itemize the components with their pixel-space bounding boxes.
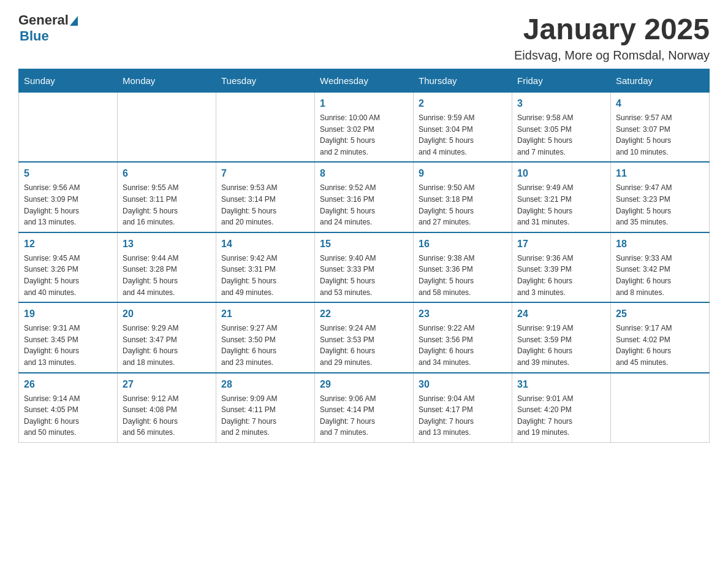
day-number: 13 xyxy=(123,237,211,251)
day-number: 15 xyxy=(320,237,408,251)
day-number: 12 xyxy=(24,237,112,251)
logo: General Blue xyxy=(18,12,78,44)
calendar-cell: 29Sunrise: 9:06 AM Sunset: 4:14 PM Dayli… xyxy=(315,373,414,443)
calendar-cell xyxy=(611,373,710,443)
calendar-cell: 24Sunrise: 9:19 AM Sunset: 3:59 PM Dayli… xyxy=(512,302,611,372)
calendar-cell xyxy=(216,93,315,163)
day-number: 17 xyxy=(517,237,605,251)
day-info: Sunrise: 9:56 AM Sunset: 3:09 PM Dayligh… xyxy=(24,182,112,228)
day-info: Sunrise: 9:40 AM Sunset: 3:33 PM Dayligh… xyxy=(320,253,408,298)
day-number: 2 xyxy=(419,96,507,111)
header-wednesday: Wednesday xyxy=(315,69,414,93)
header-thursday: Thursday xyxy=(414,69,512,93)
day-info: Sunrise: 9:01 AM Sunset: 4:20 PM Dayligh… xyxy=(517,393,605,439)
day-number: 8 xyxy=(320,166,408,181)
calendar-cell: 25Sunrise: 9:17 AM Sunset: 4:02 PM Dayli… xyxy=(611,302,710,372)
day-info: Sunrise: 9:19 AM Sunset: 3:59 PM Dayligh… xyxy=(517,323,605,368)
calendar-cell: 7Sunrise: 9:53 AM Sunset: 3:14 PM Daylig… xyxy=(216,162,315,232)
day-info: Sunrise: 9:22 AM Sunset: 3:56 PM Dayligh… xyxy=(419,323,507,368)
day-info: Sunrise: 9:14 AM Sunset: 4:05 PM Dayligh… xyxy=(24,393,112,439)
calendar-cell: 23Sunrise: 9:22 AM Sunset: 3:56 PM Dayli… xyxy=(414,302,512,372)
page-header: General Blue January 2025 Eidsvag, More … xyxy=(18,12,710,63)
calendar-cell: 31Sunrise: 9:01 AM Sunset: 4:20 PM Dayli… xyxy=(512,373,611,443)
logo-blue: Blue xyxy=(20,28,49,44)
day-number: 6 xyxy=(123,166,211,181)
calendar-cell: 2Sunrise: 9:59 AM Sunset: 3:04 PM Daylig… xyxy=(414,93,512,163)
calendar-header-row: SundayMondayTuesdayWednesdayThursdayFrid… xyxy=(19,69,710,93)
calendar-cell: 18Sunrise: 9:33 AM Sunset: 3:42 PM Dayli… xyxy=(611,232,710,302)
day-info: Sunrise: 9:36 AM Sunset: 3:39 PM Dayligh… xyxy=(517,253,605,298)
day-number: 24 xyxy=(517,307,605,321)
day-info: Sunrise: 9:06 AM Sunset: 4:14 PM Dayligh… xyxy=(320,393,408,439)
day-info: Sunrise: 9:27 AM Sunset: 3:50 PM Dayligh… xyxy=(221,323,309,368)
day-number: 31 xyxy=(517,377,605,392)
calendar-cell: 6Sunrise: 9:55 AM Sunset: 3:11 PM Daylig… xyxy=(118,162,216,232)
calendar-cell xyxy=(19,93,118,163)
header-friday: Friday xyxy=(512,69,611,93)
week-row-5: 26Sunrise: 9:14 AM Sunset: 4:05 PM Dayli… xyxy=(19,373,710,443)
day-info: Sunrise: 9:59 AM Sunset: 3:04 PM Dayligh… xyxy=(419,112,507,158)
day-info: Sunrise: 9:58 AM Sunset: 3:05 PM Dayligh… xyxy=(517,112,605,158)
calendar-cell: 17Sunrise: 9:36 AM Sunset: 3:39 PM Dayli… xyxy=(512,232,611,302)
calendar-cell: 10Sunrise: 9:49 AM Sunset: 3:21 PM Dayli… xyxy=(512,162,611,232)
day-number: 7 xyxy=(221,166,309,181)
day-info: Sunrise: 9:04 AM Sunset: 4:17 PM Dayligh… xyxy=(419,393,507,439)
calendar-table: SundayMondayTuesdayWednesdayThursdayFrid… xyxy=(18,69,710,443)
header-saturday: Saturday xyxy=(611,69,710,93)
location-title: Eidsvag, More og Romsdal, Norway xyxy=(514,48,710,63)
day-info: Sunrise: 9:17 AM Sunset: 4:02 PM Dayligh… xyxy=(616,323,704,368)
calendar-cell: 13Sunrise: 9:44 AM Sunset: 3:28 PM Dayli… xyxy=(118,232,216,302)
day-info: Sunrise: 9:42 AM Sunset: 3:31 PM Dayligh… xyxy=(221,253,309,298)
day-info: Sunrise: 9:45 AM Sunset: 3:26 PM Dayligh… xyxy=(24,253,112,298)
day-info: Sunrise: 9:24 AM Sunset: 3:53 PM Dayligh… xyxy=(320,323,408,368)
calendar-cell: 5Sunrise: 9:56 AM Sunset: 3:09 PM Daylig… xyxy=(19,162,118,232)
calendar-cell: 14Sunrise: 9:42 AM Sunset: 3:31 PM Dayli… xyxy=(216,232,315,302)
day-number: 3 xyxy=(517,96,605,111)
calendar-cell: 1Sunrise: 10:00 AM Sunset: 3:02 PM Dayli… xyxy=(315,93,414,163)
day-number: 18 xyxy=(616,237,704,251)
day-number: 27 xyxy=(123,377,211,392)
day-number: 26 xyxy=(24,377,112,392)
calendar-cell: 16Sunrise: 9:38 AM Sunset: 3:36 PM Dayli… xyxy=(414,232,512,302)
day-number: 5 xyxy=(24,166,112,181)
day-info: Sunrise: 9:52 AM Sunset: 3:16 PM Dayligh… xyxy=(320,182,408,228)
day-info: Sunrise: 9:31 AM Sunset: 3:45 PM Dayligh… xyxy=(24,323,112,368)
calendar-cell: 19Sunrise: 9:31 AM Sunset: 3:45 PM Dayli… xyxy=(19,302,118,372)
calendar-cell: 20Sunrise: 9:29 AM Sunset: 3:47 PM Dayli… xyxy=(118,302,216,372)
day-info: Sunrise: 9:49 AM Sunset: 3:21 PM Dayligh… xyxy=(517,182,605,228)
day-number: 25 xyxy=(616,307,704,321)
day-info: Sunrise: 9:53 AM Sunset: 3:14 PM Dayligh… xyxy=(221,182,309,228)
day-number: 16 xyxy=(419,237,507,251)
calendar-cell: 21Sunrise: 9:27 AM Sunset: 3:50 PM Dayli… xyxy=(216,302,315,372)
calendar-cell: 15Sunrise: 9:40 AM Sunset: 3:33 PM Dayli… xyxy=(315,232,414,302)
week-row-4: 19Sunrise: 9:31 AM Sunset: 3:45 PM Dayli… xyxy=(19,302,710,372)
logo-general: General xyxy=(18,12,69,28)
week-row-1: 1Sunrise: 10:00 AM Sunset: 3:02 PM Dayli… xyxy=(19,93,710,163)
day-number: 29 xyxy=(320,377,408,392)
day-info: Sunrise: 9:44 AM Sunset: 3:28 PM Dayligh… xyxy=(123,253,211,298)
day-info: Sunrise: 9:38 AM Sunset: 3:36 PM Dayligh… xyxy=(419,253,507,298)
calendar-cell: 27Sunrise: 9:12 AM Sunset: 4:08 PM Dayli… xyxy=(118,373,216,443)
calendar-cell: 22Sunrise: 9:24 AM Sunset: 3:53 PM Dayli… xyxy=(315,302,414,372)
month-title: January 2025 xyxy=(514,12,710,46)
day-number: 21 xyxy=(221,307,309,321)
calendar-cell xyxy=(118,93,216,163)
day-info: Sunrise: 9:47 AM Sunset: 3:23 PM Dayligh… xyxy=(616,182,704,228)
day-info: Sunrise: 9:57 AM Sunset: 3:07 PM Dayligh… xyxy=(616,112,704,158)
calendar-cell: 26Sunrise: 9:14 AM Sunset: 4:05 PM Dayli… xyxy=(19,373,118,443)
day-info: Sunrise: 9:09 AM Sunset: 4:11 PM Dayligh… xyxy=(221,393,309,439)
calendar-cell: 9Sunrise: 9:50 AM Sunset: 3:18 PM Daylig… xyxy=(414,162,512,232)
day-info: Sunrise: 9:50 AM Sunset: 3:18 PM Dayligh… xyxy=(419,182,507,228)
calendar-cell: 4Sunrise: 9:57 AM Sunset: 3:07 PM Daylig… xyxy=(611,93,710,163)
week-row-2: 5Sunrise: 9:56 AM Sunset: 3:09 PM Daylig… xyxy=(19,162,710,232)
day-number: 11 xyxy=(616,166,704,181)
day-info: Sunrise: 9:29 AM Sunset: 3:47 PM Dayligh… xyxy=(123,323,211,368)
week-row-3: 12Sunrise: 9:45 AM Sunset: 3:26 PM Dayli… xyxy=(19,232,710,302)
day-info: Sunrise: 9:55 AM Sunset: 3:11 PM Dayligh… xyxy=(123,182,211,228)
calendar-cell: 3Sunrise: 9:58 AM Sunset: 3:05 PM Daylig… xyxy=(512,93,611,163)
calendar-cell: 8Sunrise: 9:52 AM Sunset: 3:16 PM Daylig… xyxy=(315,162,414,232)
day-number: 22 xyxy=(320,307,408,321)
calendar-cell: 28Sunrise: 9:09 AM Sunset: 4:11 PM Dayli… xyxy=(216,373,315,443)
header-monday: Monday xyxy=(118,69,216,93)
day-number: 23 xyxy=(419,307,507,321)
